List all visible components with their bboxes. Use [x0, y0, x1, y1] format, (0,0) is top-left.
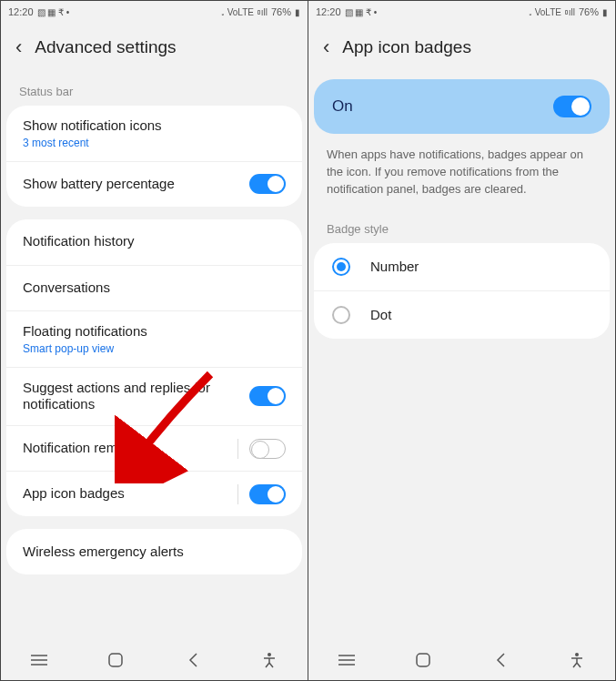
row-show-battery-percentage[interactable]: Show battery percentage — [6, 161, 302, 207]
card-statusbar: Show notification icons 3 most recent Sh… — [6, 106, 302, 207]
row-label: Conversations — [23, 280, 286, 297]
row-label: App icon badges — [23, 485, 237, 503]
row-floating-notifications[interactable]: Floating notifications Smart pop-up view — [6, 310, 302, 367]
nav-recent[interactable] — [28, 649, 50, 671]
radio-dot[interactable]: Dot — [314, 290, 610, 339]
section-label-badge-style: Badge style — [314, 217, 610, 243]
radio-number[interactable]: Number — [314, 243, 610, 290]
radio-icon — [332, 306, 350, 324]
radio-icon — [332, 258, 350, 276]
nav-bar — [308, 640, 615, 680]
nav-accessibility[interactable] — [258, 649, 280, 671]
toggle-app-icon-badges[interactable] — [249, 484, 286, 504]
row-label: Suggest actions and replies for notifica… — [23, 380, 249, 414]
row-suggest-actions[interactable]: Suggest actions and replies for notifica… — [6, 367, 302, 426]
content: Status bar Show notification icons 3 mos… — [1, 79, 308, 640]
row-label: Notification history — [23, 233, 286, 250]
svg-point-9 — [575, 653, 579, 656]
status-time: 12:20 — [8, 6, 34, 17]
phone-right: 12:20 ▧ ▦ ₹ • ⸼ VoLTE ▯ıll 76% ▮ ‹ App i… — [308, 1, 615, 680]
status-battery: 76% — [579, 6, 599, 17]
row-label: Floating notifications — [23, 323, 286, 340]
row-show-notification-icons[interactable]: Show notification icons 3 most recent — [6, 106, 302, 161]
nav-bar — [1, 640, 308, 680]
master-toggle-card[interactable]: On — [314, 79, 610, 134]
row-notification-history[interactable]: Notification history — [6, 219, 302, 265]
status-time: 12:20 — [316, 6, 341, 17]
page-title: Advanced settings — [35, 37, 176, 57]
toggle-suggest-actions[interactable] — [249, 386, 286, 406]
nav-back[interactable] — [490, 649, 511, 671]
battery-icon: ▮ — [602, 7, 608, 17]
nav-home[interactable] — [412, 649, 434, 671]
status-icons-left: ▧ ▦ ₹ • — [345, 7, 378, 17]
status-network-icon: ⸼ VoLTE ▯ıll — [220, 7, 268, 17]
row-wireless-alerts[interactable]: Wireless emergency alerts — [6, 529, 302, 574]
row-notification-reminders[interactable]: Notification reminders — [6, 425, 302, 471]
nav-recent[interactable] — [336, 649, 358, 671]
row-label: Show notification icons — [23, 117, 286, 135]
radio-label: Number — [370, 259, 419, 274]
toggle-notification-reminders[interactable] — [249, 439, 286, 459]
section-label-statusbar: Status bar — [6, 79, 302, 106]
phone-left: 12:20 ▧ ▦ ₹ • ⸼ VoLTE ▯ıll 76% ▮ ‹ Advan… — [1, 1, 308, 680]
row-label: Wireless emergency alerts — [23, 544, 286, 561]
status-battery: 76% — [271, 6, 291, 17]
nav-back[interactable] — [182, 649, 204, 671]
toggle-master[interactable] — [553, 96, 591, 117]
row-conversations[interactable]: Conversations — [6, 265, 302, 310]
row-app-icon-badges[interactable]: App icon badges — [6, 471, 302, 516]
header: ‹ App icon badges — [308, 23, 615, 79]
toggle-show-battery-percentage[interactable] — [249, 174, 286, 194]
card-badge-style: Number Dot — [314, 243, 610, 339]
back-button[interactable]: ‹ — [323, 36, 329, 59]
radio-label: Dot — [370, 307, 391, 322]
card-alerts: Wireless emergency alerts — [6, 529, 302, 574]
battery-icon: ▮ — [295, 7, 300, 17]
nav-home[interactable] — [105, 649, 126, 671]
on-label: On — [332, 97, 353, 116]
row-label: Notification reminders — [23, 440, 237, 457]
row-sub: 3 most recent — [23, 137, 286, 149]
page-title: App icon badges — [342, 37, 471, 57]
status-bar: 12:20 ▧ ▦ ₹ • ⸼ VoLTE ▯ıll 76% ▮ — [308, 1, 615, 23]
header: ‹ Advanced settings — [1, 23, 308, 79]
row-sub: Smart pop-up view — [23, 342, 286, 355]
status-icons-left: ▧ ▦ ₹ • — [37, 7, 70, 17]
svg-rect-8 — [417, 654, 429, 666]
row-label: Show battery percentage — [23, 176, 249, 193]
card-notifications: Notification history Conversations Float… — [6, 219, 302, 516]
svg-rect-3 — [109, 654, 122, 666]
status-network-icon: ⸼ VoLTE ▯ıll — [528, 7, 575, 17]
status-bar: 12:20 ▧ ▦ ₹ • ⸼ VoLTE ▯ıll 76% ▮ — [1, 1, 308, 23]
back-button[interactable]: ‹ — [15, 36, 22, 59]
svg-point-4 — [268, 653, 271, 656]
description-text: When apps have notifications, badges app… — [308, 147, 615, 217]
content: Badge style Number Dot — [308, 217, 615, 640]
nav-accessibility[interactable] — [566, 649, 588, 671]
